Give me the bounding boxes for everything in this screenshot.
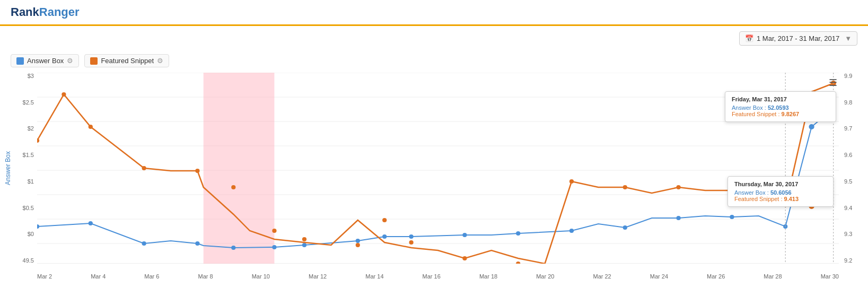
y-right-tick-5: 9.4 [844, 205, 852, 211]
svg-point-36 [382, 218, 387, 222]
tooltip-mar31-date: Friday, Mar 31, 2017 [732, 96, 829, 102]
x-tick-mar22: Mar 22 [593, 273, 611, 280]
svg-point-38 [462, 256, 467, 260]
x-tick-mar14: Mar 14 [365, 273, 383, 280]
date-range-button[interactable]: 📅 1 Mar, 2017 - 31 Mar, 2017 ▼ [739, 31, 857, 46]
tooltip-mar30-date: Thursday, Mar 30, 2017 [734, 181, 827, 187]
tooltip-mar31-snippet: Featured Snippet : 9.8267 [732, 111, 829, 117]
hamburger-icon[interactable]: ☰ [829, 77, 837, 89]
y-right-tick-7: 9.2 [844, 257, 852, 264]
logo-rank: Rank [11, 5, 39, 19]
svg-point-15 [302, 243, 306, 247]
svg-point-39 [516, 262, 520, 264]
tooltip-mar30-answer: Answer Box : 50.6056 [734, 189, 827, 196]
logo: RankRanger [11, 5, 80, 19]
x-tick-mar16: Mar 16 [423, 273, 441, 280]
toolbar: 📅 1 Mar, 2017 - 31 Mar, 2017 ▼ [0, 26, 868, 51]
svg-point-34 [302, 237, 306, 241]
calendar-icon: 📅 [745, 34, 753, 42]
svg-point-13 [231, 246, 235, 250]
legend-bar: Answer Box ⚙ Featured Snippet ⚙ [0, 51, 868, 73]
header: RankRanger [0, 0, 868, 26]
legend-color-featured-snippet [90, 57, 98, 65]
answer-box-line [37, 109, 834, 248]
x-tick-mar8: Mar 8 [198, 273, 213, 280]
svg-point-37 [409, 240, 413, 245]
svg-point-17 [382, 234, 387, 239]
y-right-tick-4: 9.5 [844, 178, 852, 185]
y-left-tick-6: $0 [28, 231, 34, 237]
chart-container: Answer Box $3 $2.5 $2 $1.5 $1 $0.5 $0 49… [0, 73, 868, 280]
svg-point-41 [623, 185, 627, 189]
y-right-tick-3: 9.6 [844, 152, 852, 158]
x-axis: Mar 2 Mar 4 Mar 6 Mar 8 Mar 10 Mar 12 Ma… [37, 272, 839, 280]
x-tick-mar20: Mar 20 [536, 273, 554, 280]
tooltip-mar31: Friday, Mar 31, 2017 Answer Box : 52.059… [725, 91, 836, 122]
svg-point-26 [809, 124, 814, 129]
y-left-tick-2: $2 [28, 125, 34, 132]
y-right-tick-2: 9.7 [844, 125, 852, 132]
svg-point-18 [409, 234, 413, 239]
legend-item-answer-box[interactable]: Answer Box ⚙ [11, 54, 79, 67]
gear-icon-featured-snippet[interactable]: ⚙ [157, 57, 163, 65]
svg-point-14 [272, 245, 276, 249]
x-tick-mar10: Mar 10 [252, 273, 270, 280]
y-left-tick-4: $1 [28, 178, 34, 185]
svg-point-31 [195, 169, 199, 173]
x-tick-mar2: Mar 2 [37, 273, 52, 280]
svg-point-27 [37, 138, 39, 143]
y-axis-left: $3 $2.5 $2 $1.5 $1 $0.5 $0 49.5 [11, 73, 36, 264]
svg-point-19 [462, 233, 467, 237]
legend-color-answer-box [16, 57, 24, 65]
y-left-tick-1: $2.5 [23, 99, 34, 106]
svg-point-12 [195, 241, 199, 246]
svg-point-23 [676, 216, 680, 220]
x-tick-mar12: Mar 12 [309, 273, 327, 280]
y-right-tick-6: 9.3 [844, 231, 852, 237]
svg-point-22 [623, 225, 627, 230]
logo-ranger: Ranger [39, 5, 80, 19]
y-right-tick-0: 9.9 [844, 73, 852, 79]
chart-svg [37, 73, 839, 264]
x-tick-mar30: Mar 30 [821, 273, 839, 280]
legend-item-featured-snippet[interactable]: Featured Snippet ⚙ [84, 54, 169, 67]
svg-point-24 [730, 215, 734, 219]
svg-point-40 [569, 179, 574, 184]
svg-point-11 [142, 241, 146, 246]
svg-point-20 [516, 231, 520, 236]
y-axis-right: 9.9 9.8 9.7 9.6 9.5 9.4 9.3 9.2 [841, 73, 868, 264]
caret-icon: ▼ [845, 34, 852, 42]
x-tick-mar18: Mar 18 [479, 273, 497, 280]
legend-label-answer-box: Answer Box [27, 57, 64, 65]
tooltip-mar30-snippet: Featured Snippet : 9.413 [734, 196, 827, 202]
gear-icon-answer-box[interactable]: ⚙ [67, 57, 73, 65]
tooltip-mar31-answer: Answer Box : 52.0593 [732, 105, 829, 111]
svg-point-33 [272, 229, 276, 233]
svg-point-30 [142, 166, 146, 170]
featured-snippet-line [37, 83, 834, 264]
svg-point-16 [356, 239, 360, 243]
svg-point-9 [37, 224, 39, 229]
svg-point-32 [231, 185, 235, 189]
x-tick-mar6: Mar 6 [144, 273, 159, 280]
x-tick-mar28: Mar 28 [764, 273, 782, 280]
svg-point-10 [89, 221, 93, 225]
y-left-tick-5: $0.5 [23, 205, 34, 211]
y-left-tick-0: $3 [28, 73, 34, 79]
x-tick-mar4: Mar 4 [91, 273, 106, 280]
y-left-tick-3: $1.5 [23, 152, 34, 158]
svg-point-21 [569, 229, 574, 233]
date-range-label: 1 Mar, 2017 - 31 Mar, 2017 [757, 34, 839, 42]
y-left-tick-7: 49.5 [23, 257, 34, 264]
x-tick-mar26: Mar 26 [707, 273, 725, 280]
svg-point-28 [62, 92, 66, 97]
tooltip-mar30: Thursday, Mar 30, 2017 Answer Box : 50.6… [727, 176, 834, 207]
x-tick-mar24: Mar 24 [650, 273, 668, 280]
legend-label-featured-snippet: Featured Snippet [101, 57, 154, 65]
svg-point-29 [89, 125, 93, 129]
y-right-tick-1: 9.8 [844, 99, 852, 106]
svg-point-42 [676, 185, 680, 189]
svg-point-35 [356, 243, 360, 247]
